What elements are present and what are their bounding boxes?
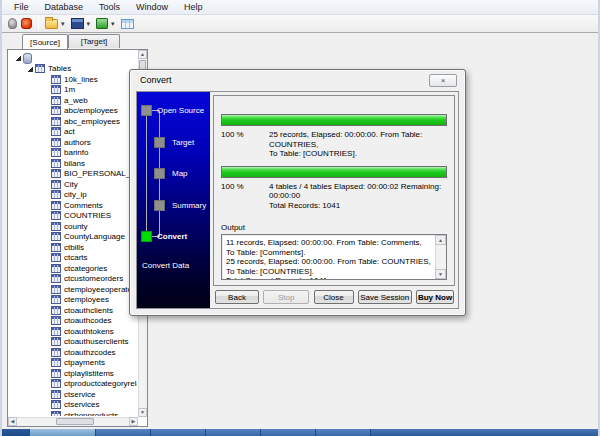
tree-item-ctoauthclients[interactable]: ctoauthclients xyxy=(10,305,137,316)
scroll-right-icon[interactable]: ▶ xyxy=(129,417,138,426)
tree-item-label: ctpayments xyxy=(64,358,105,367)
dropdown-arrow-icon[interactable]: ▾ xyxy=(87,20,91,28)
tree-item-ctoauthzcodes[interactable]: ctoauthzcodes xyxy=(10,347,137,358)
taskbar-button[interactable] xyxy=(316,429,371,436)
taskbar-button[interactable] xyxy=(206,429,261,436)
scrollbar-thumb[interactable] xyxy=(56,418,94,425)
toolbar: ▾▾▾ xyxy=(2,15,598,33)
tree-item-ctservices[interactable]: ctservices xyxy=(10,400,137,411)
tab-source[interactable]: [Source] xyxy=(22,34,68,49)
menu-item-tools[interactable]: Tools xyxy=(91,1,128,13)
tree-item-label: ctemployeeoperatelog xyxy=(64,285,137,294)
table-icon xyxy=(51,348,61,357)
output-lines: 11 records, Elapsed: 00:00:00. From Tabl… xyxy=(226,238,431,280)
sidebar-caption: Convert Data xyxy=(142,261,189,270)
tree-item-ctshopproducts[interactable]: ctshopproducts xyxy=(10,410,137,416)
tree-item-act[interactable]: act xyxy=(10,127,137,138)
tree-item-bio-personal-inf[interactable]: BIO_PERSONAL_INF xyxy=(10,169,137,180)
scroll-left-icon[interactable]: ◀ xyxy=(8,417,17,426)
taskbar-start[interactable] xyxy=(0,429,30,436)
tree-node-tables[interactable]: Tables xyxy=(10,64,137,75)
dialog-content: 100 % 25 records, Elapsed: 00:00:00. Fro… xyxy=(210,92,458,308)
tree-item-authors[interactable]: authors xyxy=(10,137,137,148)
save-session-button[interactable]: Save Session xyxy=(358,290,412,304)
step-box-target xyxy=(154,137,165,148)
expander-icon[interactable] xyxy=(15,55,21,61)
bulb-icon[interactable] xyxy=(8,18,17,29)
table-icon xyxy=(51,148,61,157)
tree-item-comments[interactable]: Comments xyxy=(10,200,137,211)
tree-item-ctcustomeorders[interactable]: ctcustomeorders xyxy=(10,274,137,285)
tree-item-label: ctbills xyxy=(64,243,84,252)
menu-item-window[interactable]: Window xyxy=(128,1,176,13)
tree-item-a-web[interactable]: a_web xyxy=(10,95,137,106)
tree-item-ctbills[interactable]: ctbills xyxy=(10,242,137,253)
tree-item-ctcarts[interactable]: ctcarts xyxy=(10,253,137,264)
tree-item-abc-employees[interactable]: abc_employees xyxy=(10,116,137,127)
tree-item-city[interactable]: City xyxy=(10,179,137,190)
step-label-target: Target xyxy=(172,138,194,147)
tree-item-ctoauthtokens[interactable]: ctoauthtokens xyxy=(10,326,137,337)
scroll-up-icon[interactable]: ▲ xyxy=(435,235,446,245)
taskbar-button[interactable] xyxy=(261,429,316,436)
tree-item-barinfo[interactable]: barinfo xyxy=(10,148,137,159)
wizard-window-icon[interactable] xyxy=(71,18,84,29)
dropdown-arrow-icon[interactable]: ▾ xyxy=(61,20,65,28)
tree-item-county[interactable]: county xyxy=(10,221,137,232)
windows-taskbar xyxy=(0,429,600,436)
open-database-folder-icon[interactable] xyxy=(45,19,58,29)
tree-item-10k-lines[interactable]: 10k_lines xyxy=(10,74,137,85)
overall-progress-fill xyxy=(222,167,446,177)
tree-item-label: ctoauthuserclients xyxy=(64,337,128,346)
tree-item-ctcategories[interactable]: ctcategories xyxy=(10,263,137,274)
scroll-down-icon[interactable]: ▼ xyxy=(435,269,446,279)
table-icon xyxy=(51,253,61,262)
tree-item-label: abc/employees xyxy=(64,106,118,115)
scroll-down-icon[interactable]: ▼ xyxy=(138,408,147,417)
table-icon xyxy=(51,232,61,241)
buy-now-button[interactable]: Buy Now xyxy=(416,290,454,304)
menu-item-file[interactable]: File xyxy=(6,1,37,13)
tree-item-label: barinfo xyxy=(64,148,88,157)
back-button[interactable]: Back xyxy=(215,290,259,304)
table-icon xyxy=(51,306,61,315)
tree-item-countylanguage[interactable]: CountyLanguage xyxy=(10,232,137,243)
tree-item-abc-employees[interactable]: abc/employees xyxy=(10,106,137,117)
table-icon xyxy=(51,201,61,210)
tree-item-ctoauthcodes[interactable]: ctoauthcodes xyxy=(10,316,137,327)
taskbar-button[interactable] xyxy=(96,429,151,436)
step-box-open-source xyxy=(141,105,152,116)
connection-red-icon[interactable] xyxy=(21,18,32,29)
table-grid-icon[interactable] xyxy=(121,19,134,29)
tree-horizontal-scrollbar[interactable]: ◀ ▶ xyxy=(8,417,138,426)
tree-item-ctpayments[interactable]: ctpayments xyxy=(10,358,137,369)
tree-item-ctemployeeoperatelog[interactable]: ctemployeeoperatelog xyxy=(10,284,137,295)
taskbar-button[interactable] xyxy=(30,429,96,436)
tree-root-node[interactable] xyxy=(10,53,137,64)
tree-item-label: authors xyxy=(64,138,91,147)
table-progress-row: 100 % 25 records, Elapsed: 00:00:00. Fro… xyxy=(221,130,447,159)
tree-item-label: CountyLanguage xyxy=(64,232,125,241)
export-green-icon[interactable] xyxy=(96,18,108,29)
tree-item-1m[interactable]: 1m xyxy=(10,85,137,96)
overall-progress-detail: 4 tables / 4 tables Elapsed: 00:00:02 Re… xyxy=(269,182,447,211)
tree-item-countries[interactable]: COUNTRIES xyxy=(10,211,137,222)
tree-item-ctplaylistitems[interactable]: ctplaylistitems xyxy=(10,368,137,379)
tab-target[interactable]: [Target] xyxy=(68,34,120,48)
close-icon[interactable]: × xyxy=(429,74,457,87)
scroll-up-icon[interactable]: ▲ xyxy=(138,50,147,59)
menu-item-database[interactable]: Database xyxy=(37,1,92,13)
tree-item-ctservice[interactable]: ctservice xyxy=(10,389,137,400)
close-button[interactable]: Close xyxy=(314,290,354,304)
tree-item-ctoauthuserclients[interactable]: ctoauthuserclients xyxy=(10,337,137,348)
tree-item-ctproductcategoryrelation[interactable]: ctproductcategoryrelation xyxy=(10,379,137,390)
output-scrollbar[interactable]: ▲ ▼ xyxy=(435,235,446,279)
steps-sidebar: Convert Data Open SourceTargetMapSummary… xyxy=(137,92,210,308)
tree-item-bilans[interactable]: bilans xyxy=(10,158,137,169)
taskbar-button[interactable] xyxy=(151,429,206,436)
tree-item-ctemployees[interactable]: ctemployees xyxy=(10,295,137,306)
tree-item-city-ip[interactable]: city_ip xyxy=(10,190,137,201)
dropdown-arrow-icon[interactable]: ▾ xyxy=(111,20,115,28)
expander-icon[interactable] xyxy=(27,66,33,72)
menu-item-help[interactable]: Help xyxy=(176,1,211,13)
